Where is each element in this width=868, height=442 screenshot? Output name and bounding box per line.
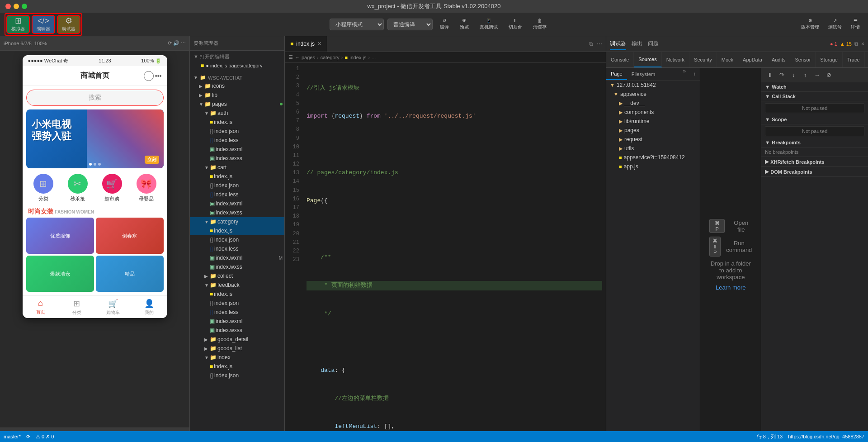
minimize-button[interactable] [14, 4, 19, 9]
src-root[interactable]: ▼ 127.0.0.1:51842 [606, 81, 700, 90]
step-button[interactable]: → [812, 70, 822, 80]
tree-feedback-less[interactable]: {} index.less [190, 308, 284, 317]
code-area[interactable]: //引入 js请求模块 import {request} from '../..… [303, 63, 606, 442]
learn-more-link[interactable]: Learn more [716, 284, 745, 291]
tree-cart-wxml[interactable]: ▣ index.wxml [190, 199, 284, 208]
src-appservice[interactable]: ▼ appservice [606, 90, 700, 99]
tree-icons[interactable]: ▶ 📁 icons [190, 81, 284, 90]
tab-security[interactable]: Security [689, 52, 717, 67]
product-1[interactable]: 优质服饰 [26, 218, 94, 254]
tab-wxml[interactable]: Wxml [865, 52, 868, 67]
step-out-button[interactable]: ↑ [800, 70, 810, 80]
tabbar-category[interactable]: ⊞ 分类 [59, 297, 95, 318]
step-into-button[interactable]: ↓ [788, 70, 798, 80]
src-utils[interactable]: ▶ utils [606, 144, 700, 153]
version-mgmt-button[interactable]: ⚙ 版本管理 [797, 16, 823, 32]
mode-select[interactable]: 小程序模式 [330, 19, 384, 30]
tree-goods-detail[interactable]: ▶ 📁 goods_detail [190, 335, 284, 344]
test-button[interactable]: ↗ 测试号 [825, 16, 845, 32]
tree-auth-wxss[interactable]: ▣ index.wxss [190, 154, 284, 163]
cat-item-3[interactable]: 🛒 超市购 [97, 174, 127, 202]
tree-category-wxss[interactable]: ▣ index.wxss [190, 262, 284, 271]
src-appservice-file[interactable]: ■ appservice?t=159408412 [606, 153, 700, 162]
debugger-button[interactable]: ⚙ 调试器 [57, 15, 80, 34]
backend-button[interactable]: ⏸ 切后台 [505, 16, 526, 32]
maximize-button[interactable] [22, 4, 27, 9]
tree-feedback[interactable]: ▼ 📁 feedback [190, 280, 284, 290]
tab-close-button[interactable]: × [317, 40, 321, 48]
preview-button[interactable]: 👁 预览 [456, 16, 472, 32]
debug-close-icon[interactable]: × [861, 41, 864, 47]
tree-feedback-js[interactable]: ■ index.js [190, 290, 284, 299]
compile-button[interactable]: ↺ 编译 [436, 16, 453, 32]
cat-item-2[interactable]: ✂ 秒杀抢 [62, 174, 93, 202]
src-lib-runtime[interactable]: ▶ lib/runtime [606, 117, 700, 126]
tree-auth-less[interactable]: {} index.less [190, 136, 284, 145]
tab-network[interactable]: Network [662, 52, 689, 67]
scope-section-header[interactable]: ▼ Scope [761, 115, 868, 124]
editor-tab-index-js[interactable]: ■ index.js × [285, 36, 327, 52]
src-pages[interactable]: ▶ pages [606, 126, 700, 135]
tab-sensor[interactable]: Sensor [790, 52, 816, 67]
debug-tab-debugger[interactable]: 调试器 [610, 38, 626, 50]
more-icon[interactable]: ⋯ [597, 41, 602, 47]
tree-category[interactable]: ▼ 📁 category [190, 217, 284, 226]
tabbar-mine[interactable]: 👤 我的 [131, 297, 167, 318]
breadcrumb-back[interactable]: ← [295, 55, 300, 60]
debug-tab-problems[interactable]: 问题 [648, 38, 659, 50]
compile-select[interactable]: 普通编译 [387, 19, 433, 30]
details-button[interactable]: ☰ 详情 [847, 16, 863, 32]
src-tab-page[interactable]: Page [606, 68, 627, 80]
xhr-breakpoints-header[interactable]: ▶ XHR/fetch Breakpoints [761, 157, 868, 167]
tree-index-json[interactable]: {} index.json [190, 371, 284, 380]
src-request[interactable]: ▶ request [606, 135, 700, 144]
tree-cart[interactable]: ▼ 📁 cart [190, 163, 284, 172]
tree-cart-less[interactable]: {} index.less [190, 190, 284, 199]
debug-tab-output[interactable]: 输出 [632, 38, 642, 50]
tab-audits[interactable]: Audits [767, 52, 791, 67]
tree-collect[interactable]: ▶ 📁 collect [190, 271, 284, 280]
close-button[interactable] [5, 4, 11, 9]
tabbar-cart[interactable]: 🛒 购物车 [95, 297, 131, 318]
product-3[interactable]: 爆款清仓 [26, 256, 94, 292]
tree-category-js[interactable]: ■ index.js [190, 226, 284, 235]
real-machine-button[interactable]: 📱 真机调试 [476, 16, 501, 32]
dom-breakpoints-header[interactable]: ▶ DOM Breakpoints [761, 167, 868, 177]
cat-item-4[interactable]: 🎀 母婴品 [131, 174, 162, 202]
tree-auth-wxml[interactable]: ▣ index.wxml [190, 145, 284, 154]
tree-feedback-wxml[interactable]: ▣ index.wxml [190, 317, 284, 326]
tree-pages[interactable]: ▼ 📁 pages [190, 100, 284, 109]
tree-index-js[interactable]: ■ index.js [190, 362, 284, 371]
add-folder-icon[interactable]: + [693, 71, 696, 77]
tabbar-home[interactable]: ⌂ 首页 [23, 297, 59, 317]
tree-feedback-wxss[interactable]: ▣ index.wxss [190, 326, 284, 335]
debug-expand-icon[interactable]: ⧉ [854, 41, 859, 47]
tab-storage[interactable]: Storage [816, 52, 843, 67]
deactivate-breakpoints[interactable]: ⊘ [824, 70, 834, 80]
src-tab-filesystem[interactable]: Filesystem [627, 68, 660, 80]
tree-feedback-json[interactable]: {} index.json [190, 299, 284, 308]
tree-cart-json[interactable]: {} index.json [190, 181, 284, 190]
tab-appdata[interactable]: AppData [738, 52, 767, 67]
tab-console[interactable]: Console [606, 52, 634, 67]
simulator-button[interactable]: ⊞ 模拟器 [6, 15, 30, 34]
editor-button[interactable]: </> 编辑器 [32, 15, 55, 34]
tree-auth-js[interactable]: ■ index.js [190, 118, 284, 127]
call-stack-header[interactable]: ▼ Call Stack [761, 92, 868, 101]
watch-section-header[interactable]: ▼ Watch [761, 82, 868, 92]
tree-auth-json[interactable]: {} index.json [190, 127, 284, 136]
tree-category-json[interactable]: {} index.json [190, 235, 284, 244]
step-over-button[interactable]: ↷ [777, 70, 787, 80]
root-folder-title[interactable]: ▼ 📁 WSC-WECHAT [190, 74, 284, 81]
tab-sources[interactable]: Sources [634, 52, 661, 67]
pause-button[interactable]: ⏸ [765, 70, 775, 80]
tab-trace[interactable]: Trace [843, 52, 865, 67]
tree-category-less[interactable]: {} index.less [190, 244, 284, 253]
tree-cart-js[interactable]: ■ index.js [190, 172, 284, 181]
product-2[interactable]: 倒春寒 [96, 218, 164, 254]
tree-category-wxml[interactable]: ▣ index.wxml M [190, 253, 284, 262]
product-4[interactable]: 精品 [96, 256, 164, 292]
tree-auth[interactable]: ▼ 📁 auth [190, 109, 284, 118]
src-app-js[interactable]: ■ app.js [606, 162, 700, 171]
clear-cache-button[interactable]: 🗑 清缓存 [529, 16, 550, 32]
